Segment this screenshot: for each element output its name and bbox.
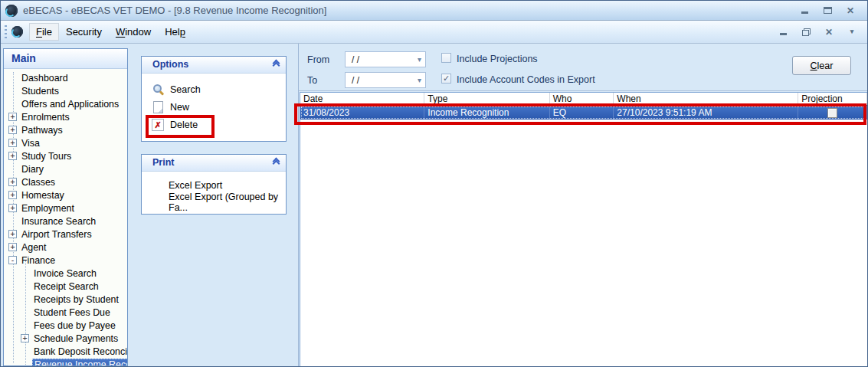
sidebar-item-enrolments[interactable]: +Enrolments (4, 110, 127, 123)
include-projections-checkbox[interactable] (441, 53, 451, 63)
results-grid: DateTypeWhoWhenProjection 31/08/2023Inco… (300, 92, 867, 366)
sidebar-item-pathways[interactable]: +Pathways (4, 123, 127, 136)
tree-item-label: Student Fees Due (32, 306, 112, 319)
sidebar-item-airport-transfers[interactable]: +Airport Transfers (4, 228, 127, 241)
include-projections-label: Include Projections (457, 54, 538, 64)
mdi-controls: ✕ ▾ (777, 27, 864, 38)
from-label: From (307, 54, 329, 65)
close-button[interactable]: ✕ (844, 5, 857, 16)
menu-bar: FileSecurityWindowHelp ✕ ▾ (1, 21, 867, 44)
include-account-codes-checkbox[interactable]: ✓ (441, 74, 451, 84)
clear-button-label: C (811, 61, 817, 71)
sidebar-item-diary[interactable]: Diary (4, 162, 127, 175)
sidebar-item-agent[interactable]: +Agent (4, 241, 127, 254)
delete-button-label: Delete (170, 120, 198, 130)
delete-button[interactable]: ✗Delete (142, 116, 286, 133)
sidebar-item-student-fees-due[interactable]: Student Fees Due (4, 306, 127, 319)
column-header-who[interactable]: Who (550, 93, 614, 105)
sidebar-item-invoice-search[interactable]: Invoice Search (4, 267, 127, 280)
mdi-restore-button[interactable] (800, 27, 812, 38)
print-panel: Print Excel ExportExcel Export (Grouped … (141, 154, 287, 215)
tree-item-label: Pathways (20, 124, 64, 136)
expander-plus-icon[interactable]: + (8, 113, 17, 121)
search-icon (152, 84, 164, 96)
to-date-combobox[interactable]: / / ▾ (345, 72, 426, 88)
new-button-label: New (170, 102, 189, 113)
app-body: Main DashboardStudentsOffers and Applica… (1, 44, 867, 366)
clear-button[interactable]: Clear (792, 56, 851, 75)
new-button[interactable]: New (142, 98, 286, 116)
projection-checkbox[interactable] (827, 108, 837, 118)
clear-button-label: lear (817, 61, 834, 71)
maximize-icon (824, 7, 832, 14)
expander-plus-icon[interactable]: + (8, 178, 17, 186)
sidebar-item-schedule-payments[interactable]: +Schedule Payments (4, 332, 127, 345)
from-date-combobox[interactable]: / / ▾ (345, 51, 426, 67)
column-header-type[interactable]: Type (424, 93, 549, 105)
table-row[interactable]: 31/08/2023Income RecognitionEQ27/10/2023… (300, 106, 867, 120)
expander-plus-icon[interactable]: + (8, 126, 17, 134)
minimize-button[interactable] (798, 5, 811, 16)
cell-projection (798, 106, 867, 120)
print-item-label: Excel Export (Grouped by Fa... (169, 192, 286, 213)
maximize-button[interactable] (821, 5, 834, 16)
sidebar-item-revenue-income-recogr[interactable]: Revenue Income Recogr (4, 358, 127, 365)
print-panel-title: Print (152, 157, 174, 168)
sidebar-item-insurance-search[interactable]: Insurance Search (4, 215, 127, 228)
sidebar-item-classes[interactable]: +Classes (4, 175, 127, 188)
print-panel-header[interactable]: Print (142, 155, 286, 172)
expander-minus-icon[interactable]: - (8, 256, 17, 264)
expander-plus-icon[interactable]: + (21, 334, 29, 342)
print-items: Excel ExportExcel Export (Grouped by Fa.… (142, 172, 286, 211)
toolbar-options-caret[interactable]: ▾ (846, 27, 858, 38)
expander-plus-icon[interactable]: + (8, 152, 17, 160)
mdi-close-button[interactable]: ✕ (823, 27, 835, 38)
expander-plus-icon[interactable]: + (8, 191, 17, 199)
column-header-projection[interactable]: Projection (798, 93, 867, 105)
sidebar-item-offers-and-applications[interactable]: Offers and Applications (4, 97, 127, 110)
collapse-chevron-icon[interactable] (272, 61, 280, 70)
options-panel-header[interactable]: Options (142, 57, 286, 74)
menu-item-security[interactable]: Security (59, 23, 109, 41)
sidebar-item-students[interactable]: Students (4, 84, 127, 97)
collapse-chevron-icon[interactable] (272, 159, 280, 168)
sidebar-item-finance[interactable]: -Finance (4, 254, 127, 267)
column-header-when[interactable]: When (614, 93, 798, 105)
sidebar-item-fees-due-by-payee[interactable]: Fees due by Payee (4, 319, 127, 332)
grid-rows: 31/08/2023Income RecognitionEQ27/10/2023… (300, 106, 867, 120)
toolbar-grip[interactable] (5, 25, 7, 39)
app-window: eBECAS - eBECAS VET DEMO - [9.8 Revenue … (0, 0, 868, 367)
mdi-minimize-button[interactable] (777, 27, 789, 38)
tree-item-label: Bank Deposit Reconciliati (32, 346, 127, 358)
navigation-tree: DashboardStudentsOffers and Applications… (4, 69, 127, 365)
sidebar-item-bank-deposit-reconciliati[interactable]: Bank Deposit Reconciliati (4, 345, 127, 358)
chevron-down-icon[interactable]: ▾ (418, 76, 425, 84)
tree-item-label: Homestay (20, 189, 66, 202)
menu-item-file[interactable]: File (29, 23, 59, 41)
tree-item-label: Visa (20, 137, 41, 149)
chevron-down-icon[interactable]: ▾ (418, 55, 425, 64)
expander-plus-icon[interactable]: + (8, 230, 17, 238)
sidebar-item-employment[interactable]: +Employment (4, 202, 127, 215)
sidebar-item-study-tours[interactable]: +Study Tours (4, 149, 127, 162)
tree-item-label: Airport Transfers (20, 228, 93, 241)
sidebar-title: Main (4, 49, 127, 69)
expander-plus-icon[interactable]: + (8, 139, 17, 147)
options-panel: Options SearchNew✗Delete (141, 56, 287, 142)
menu-item-help[interactable]: Help (158, 23, 192, 41)
app-logo-icon (5, 5, 18, 17)
search-button[interactable]: Search (142, 80, 286, 98)
sidebar-item-receipt-search[interactable]: Receipt Search (4, 280, 127, 293)
excel-export-grouped-by-fa-button[interactable]: Excel Export (Grouped by Fa... (142, 194, 286, 211)
cell-date: 31/08/2023 (300, 106, 424, 120)
to-date-value: / / (352, 75, 359, 86)
expander-plus-icon[interactable]: + (8, 204, 17, 212)
menu-item-window[interactable]: Window (109, 23, 158, 41)
sidebar-item-receipts-by-student[interactable]: Receipts by Student (4, 293, 127, 306)
sidebar-item-homestay[interactable]: +Homestay (4, 188, 127, 202)
expander-plus-icon[interactable]: + (8, 243, 17, 251)
sidebar-item-visa[interactable]: +Visa (4, 136, 127, 149)
column-header-date[interactable]: Date (300, 93, 424, 105)
sidebar-item-dashboard[interactable]: Dashboard (4, 71, 127, 84)
tree-item-label: Offers and Applications (20, 98, 120, 110)
